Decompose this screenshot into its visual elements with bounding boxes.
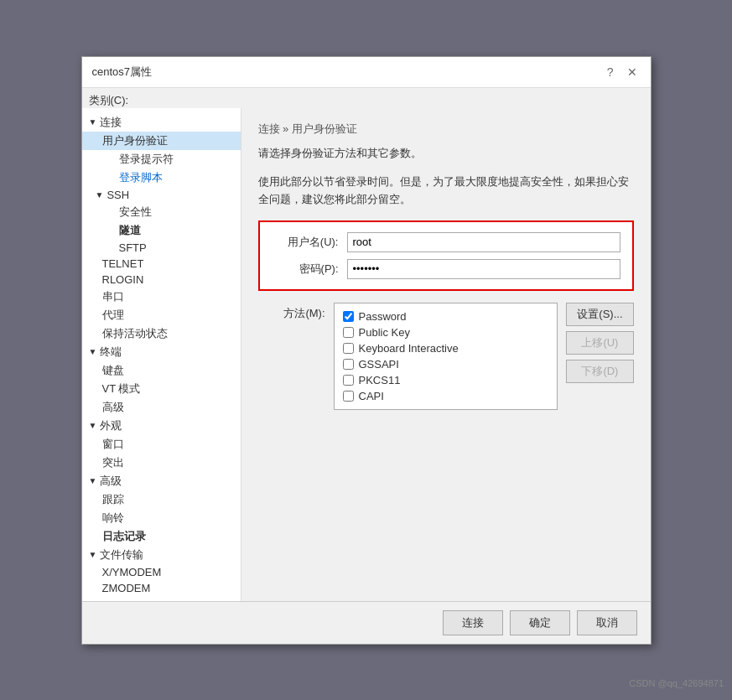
method-label: 方法(M):	[258, 303, 325, 321]
close-button[interactable]: ✕	[624, 64, 641, 80]
sidebar-item-proxy[interactable]: 代理	[82, 306, 241, 324]
sidebar-item-login-prompt[interactable]: 登录提示符	[82, 150, 241, 169]
desc-text-1: 请选择身份验证方法和其它参数。	[258, 145, 634, 163]
sidebar-item-sftp[interactable]: SFTP	[82, 240, 241, 256]
credential-box: 用户名(U): 密码(P):	[258, 220, 634, 291]
sidebar-category-connection[interactable]: ▼ 连接	[82, 113, 241, 132]
sidebar-category-ssh[interactable]: ▼ SSH	[82, 187, 241, 203]
sidebar-item-serial[interactable]: 串口	[82, 288, 241, 306]
sidebar-filetransfer-label: 文件传输	[100, 547, 143, 563]
expand-icon-terminal: ▼	[89, 347, 97, 356]
method-pkcs11: PKCS11	[343, 374, 549, 386]
sidebar-item-trace[interactable]: 跟踪	[82, 490, 241, 509]
sidebar-item-telnet[interactable]: TELNET	[82, 256, 241, 272]
method-pkcs11-checkbox[interactable]	[343, 375, 354, 386]
dialog-footer: 连接 确定 取消	[82, 601, 651, 644]
sidebar-advanced-label: 高级	[100, 474, 122, 489]
sidebar-item-window[interactable]: 窗口	[82, 435, 241, 454]
method-keyboard-interactive-checkbox[interactable]	[343, 343, 354, 354]
sidebar-item-tunnel[interactable]: 隧道	[82, 221, 241, 240]
dialog-body: ▼ 连接 用户身份验证 登录提示符 登录脚本 ▼ SSH 安全性 隧道 SFTP…	[82, 108, 651, 601]
sidebar-category-appearance[interactable]: ▼ 外观	[82, 417, 241, 435]
password-label: 密码(P):	[272, 262, 339, 277]
sidebar-terminal-label: 终端	[100, 345, 122, 360]
expand-icon-filetransfer: ▼	[89, 550, 97, 559]
sidebar-item-label: 连接	[100, 115, 122, 130]
method-gssapi-checkbox[interactable]	[343, 359, 354, 370]
method-capi-label: CAPI	[359, 390, 384, 402]
sidebar-appearance-label: 外观	[100, 418, 122, 433]
sidebar-item-keyboard[interactable]: 键盘	[82, 361, 241, 380]
method-password-checkbox[interactable]	[343, 311, 354, 322]
sidebar-category-advanced[interactable]: ▼ 高级	[82, 472, 241, 490]
help-button[interactable]: ?	[604, 64, 617, 80]
method-gssapi-label: GSSAPI	[359, 358, 399, 371]
method-section: 方法(M): Password Public Key Keyboard I	[258, 303, 634, 410]
setup-button[interactable]: 设置(S)...	[566, 303, 633, 326]
method-password: Password	[343, 310, 549, 323]
expand-icon: ▼	[89, 117, 97, 127]
method-keyboard-interactive-label: Keyboard Interactive	[359, 342, 459, 355]
method-public-key-checkbox[interactable]	[343, 327, 354, 338]
category-label: 类别(C):	[82, 88, 651, 108]
sidebar-item-log[interactable]: 日志记录	[82, 527, 241, 546]
desc-text-2: 使用此部分以节省登录时间。但是，为了最大限度地提高安全性，如果担心安全问题，建议…	[258, 174, 634, 209]
password-input[interactable]	[347, 259, 620, 279]
sidebar-item-keepalive[interactable]: 保持活动状态	[82, 324, 241, 343]
sidebar-item-bell[interactable]: 响铃	[82, 509, 241, 527]
sidebar-item-advanced-term[interactable]: 高级	[82, 398, 241, 417]
method-public-key-label: Public Key	[359, 326, 410, 339]
password-row: 密码(P):	[272, 259, 620, 279]
method-pkcs11-label: PKCS11	[359, 374, 401, 386]
username-row: 用户名(U):	[272, 232, 620, 252]
method-capi: CAPI	[343, 390, 549, 402]
sidebar-item-user-auth[interactable]: 用户身份验证	[82, 132, 241, 150]
sidebar-item-zmodem[interactable]: ZMODEM	[82, 580, 241, 596]
sidebar-item-login-script[interactable]: 登录脚本	[82, 169, 241, 187]
sidebar-ssh-label: SSH	[106, 189, 129, 201]
main-dialog: centos7属性 ? ✕ 类别(C): ▼ 连接 用户身份验证 登录提示符 登…	[81, 56, 652, 645]
sidebar: ▼ 连接 用户身份验证 登录提示符 登录脚本 ▼ SSH 安全性 隧道 SFTP…	[82, 108, 241, 601]
method-capi-checkbox[interactable]	[343, 391, 354, 402]
down-button[interactable]: 下移(D)	[566, 360, 633, 383]
expand-icon-appearance: ▼	[89, 421, 97, 430]
title-controls: ? ✕	[604, 64, 641, 80]
method-keyboard-interactive: Keyboard Interactive	[343, 342, 549, 355]
sidebar-item-rlogin[interactable]: RLOGIN	[82, 272, 241, 288]
expand-icon-ssh: ▼	[96, 190, 104, 200]
title-bar: centos7属性 ? ✕	[82, 57, 651, 88]
side-buttons: 设置(S)... 上移(U) 下移(D)	[566, 303, 633, 383]
sidebar-item-highlight[interactable]: 突出	[82, 454, 241, 472]
method-public-key: Public Key	[343, 326, 549, 339]
dialog-title: centos7属性	[92, 65, 153, 80]
sidebar-item-security[interactable]: 安全性	[82, 203, 241, 221]
method-gssapi: GSSAPI	[343, 358, 549, 371]
ok-button[interactable]: 确定	[510, 610, 570, 635]
username-input[interactable]	[347, 232, 620, 252]
main-content: 连接 » 用户身份验证 请选择身份验证方法和其它参数。 使用此部分以节省登录时间…	[241, 108, 651, 601]
sidebar-category-terminal[interactable]: ▼ 终端	[82, 343, 241, 361]
username-label: 用户名(U):	[272, 235, 339, 250]
expand-icon-advanced: ▼	[89, 476, 97, 485]
connect-button[interactable]: 连接	[443, 610, 503, 635]
breadcrumb: 连接 » 用户身份验证	[258, 122, 634, 137]
method-box: Password Public Key Keyboard Interactive	[334, 303, 558, 410]
method-password-label: Password	[359, 310, 407, 323]
watermark: CSDN @qq_42694871	[629, 678, 724, 688]
sidebar-item-xymodem[interactable]: X/YMODEM	[82, 564, 241, 580]
sidebar-category-filetransfer[interactable]: ▼ 文件传输	[82, 546, 241, 564]
sidebar-item-vt-mode[interactable]: VT 模式	[82, 380, 241, 398]
cancel-button[interactable]: 取消	[577, 610, 637, 635]
up-button[interactable]: 上移(U)	[566, 331, 633, 355]
